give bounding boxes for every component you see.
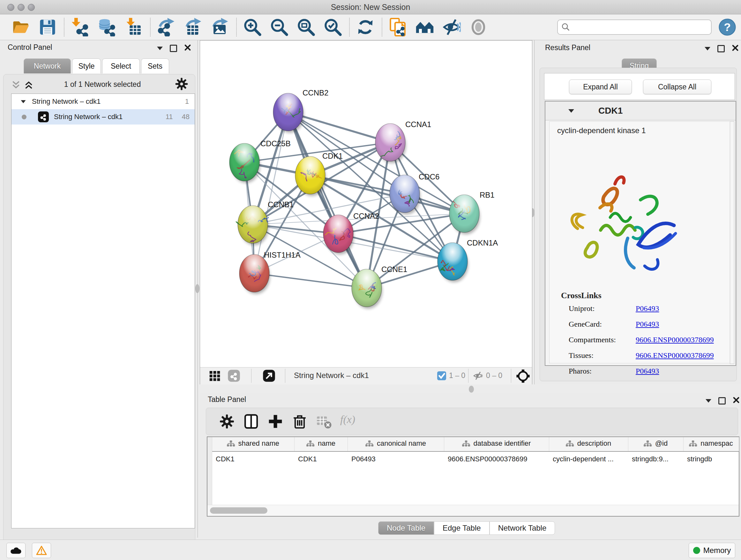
- collapse-node-icon[interactable]: [568, 109, 574, 113]
- close-panel-icon[interactable]: [184, 44, 191, 52]
- network-node-CCNB1[interactable]: [236, 206, 269, 245]
- close-panel-icon[interactable]: [732, 44, 739, 53]
- network-canvas[interactable]: CCNB2 CCNA1 CDC25B CDK1 CDC6 RB1: [200, 41, 532, 367]
- network-node-CCNE1[interactable]: [352, 269, 382, 309]
- collapse-collection-icon[interactable]: [21, 100, 25, 103]
- delete-table-icon: [316, 414, 332, 429]
- hidden-eye-slash-icon[interactable]: [473, 371, 483, 381]
- export-image-icon[interactable]: [211, 18, 229, 37]
- network-node-CCNB2[interactable]: [273, 93, 304, 133]
- hide-eye-icon[interactable]: [442, 18, 461, 37]
- memory-button[interactable]: Memory: [689, 543, 735, 558]
- crosslink-value-link[interactable]: P06493: [636, 320, 659, 328]
- add-column-icon[interactable]: [267, 414, 283, 429]
- crosslink-value-link[interactable]: P06493: [636, 367, 659, 375]
- tab-style[interactable]: Style: [72, 58, 101, 73]
- apply-layout-icon[interactable]: [356, 18, 375, 37]
- export-network-icon[interactable]: [157, 18, 176, 37]
- tab-network[interactable]: Network: [23, 58, 71, 73]
- tab-network-table[interactable]: Network Table: [489, 521, 555, 535]
- table-cell[interactable]: CDK1: [212, 451, 294, 466]
- tab-edge-table[interactable]: Edge Table: [434, 521, 489, 535]
- delete-column-icon[interactable]: [292, 414, 308, 429]
- zoom-fit-icon[interactable]: [297, 18, 315, 37]
- column-header-canonical-name[interactable]: canonical name: [347, 437, 444, 451]
- birds-eye-view-icon[interactable]: [516, 369, 530, 383]
- column-header-namespac[interactable]: namespac: [683, 437, 739, 451]
- network-node-CDC25B[interactable]: [229, 143, 260, 183]
- network-node-HIST1H1A[interactable]: [239, 254, 270, 294]
- zoom-out-icon[interactable]: [270, 18, 288, 37]
- card-scrollbar[interactable]: [730, 121, 734, 364]
- toolbar-separator: [382, 18, 382, 37]
- edge-CCNB2-HIST1H1A[interactable]: [254, 112, 288, 273]
- left-splitter-handle[interactable]: [195, 284, 199, 293]
- open-file-icon[interactable]: [11, 18, 30, 37]
- collapse-all-button[interactable]: Collapse All: [643, 79, 711, 94]
- collapse-all-icon[interactable]: [10, 79, 21, 89]
- table-row[interactable]: CDK1CDK1P064939606.ENSP00000378699cyclin…: [212, 451, 739, 466]
- selected-checkbox-icon[interactable]: [437, 371, 447, 381]
- warnings-button[interactable]: [32, 543, 51, 558]
- column-header-name[interactable]: name: [294, 437, 347, 451]
- network-node-RB1[interactable]: [449, 195, 480, 234]
- zoom-selected-icon[interactable]: [324, 18, 342, 37]
- import-database-icon[interactable]: [98, 18, 116, 37]
- table-cell[interactable]: stringdb: [683, 451, 739, 466]
- export-table-icon[interactable]: [184, 18, 202, 37]
- crosslink-value-link[interactable]: 9606.ENSP00000378699: [636, 335, 714, 344]
- save-session-icon[interactable]: [38, 18, 57, 37]
- detach-view-icon[interactable]: [263, 369, 275, 382]
- table-options-gear-icon[interactable]: [219, 414, 235, 429]
- network-node-CDKN1A[interactable]: [437, 243, 468, 282]
- network-node-CDK1[interactable]: [295, 157, 326, 196]
- grid-view-icon[interactable]: [208, 369, 221, 382]
- column-header-shared-name[interactable]: shared name: [212, 437, 294, 451]
- show-columns-icon[interactable]: [243, 414, 259, 429]
- float-panel-icon[interactable]: [718, 397, 726, 405]
- table-hscrollbar-thumb[interactable]: [210, 507, 267, 514]
- network-row[interactable]: String Network – cdk1 11 48: [11, 109, 195, 125]
- bottom-splitter-handle[interactable]: [469, 386, 474, 393]
- column-header-database-identifier[interactable]: database identifier: [444, 437, 549, 451]
- float-panel-icon[interactable]: [718, 45, 725, 52]
- float-panel-icon[interactable]: [170, 45, 177, 52]
- string-network-icon: [38, 111, 49, 122]
- network-options-gear-icon[interactable]: [175, 77, 189, 91]
- import-table-icon[interactable]: [125, 18, 143, 37]
- table-cell[interactable]: P06493: [347, 451, 444, 466]
- network-node-CCNA1[interactable]: [375, 124, 406, 163]
- show-eye-icon[interactable]: [469, 18, 488, 37]
- duplicate-network-icon[interactable]: [389, 18, 407, 37]
- tab-node-table[interactable]: Node Table: [378, 521, 434, 535]
- node-card-header[interactable]: CDK1: [545, 102, 736, 120]
- cloud-status-button[interactable]: [6, 543, 25, 558]
- crosslink-value-link[interactable]: 9606.ENSP00000378699: [636, 351, 714, 360]
- search-input[interactable]: [570, 23, 711, 32]
- search-field[interactable]: [557, 19, 712, 35]
- table-cell[interactable]: stringdb:9...: [628, 451, 683, 466]
- zoom-in-icon[interactable]: [243, 18, 262, 37]
- column-header-description[interactable]: description: [549, 437, 628, 451]
- string-view-icon[interactable]: [227, 369, 240, 382]
- expand-all-button[interactable]: Expand All: [569, 79, 632, 94]
- table-cell[interactable]: CDK1: [294, 451, 347, 466]
- edge-CCNB2-CCNE1[interactable]: [288, 112, 367, 288]
- tab-sets[interactable]: Sets: [141, 58, 169, 73]
- help-icon[interactable]: ?: [719, 18, 736, 36]
- panel-menu-icon[interactable]: [704, 47, 711, 51]
- import-network-icon[interactable]: [71, 18, 89, 37]
- table-cell[interactable]: 9606.ENSP00000378699: [444, 451, 549, 466]
- network-collection-row[interactable]: String Network – cdk1 1: [11, 94, 195, 109]
- column-header--id[interactable]: @id: [628, 437, 683, 451]
- table-cell[interactable]: cyclin-dependent ...: [549, 451, 628, 466]
- crosslink-value-link[interactable]: P06493: [636, 304, 659, 313]
- expand-all-icon[interactable]: [23, 79, 34, 89]
- string-houses-icon[interactable]: [415, 18, 434, 37]
- panel-menu-icon[interactable]: [705, 399, 711, 402]
- edge-HIST1H1A-CCNE1[interactable]: [254, 273, 367, 288]
- table-hscrollbar[interactable]: [207, 505, 739, 516]
- close-panel-icon[interactable]: [733, 396, 740, 405]
- panel-menu-icon[interactable]: [157, 47, 163, 50]
- tab-select[interactable]: Select: [102, 58, 140, 73]
